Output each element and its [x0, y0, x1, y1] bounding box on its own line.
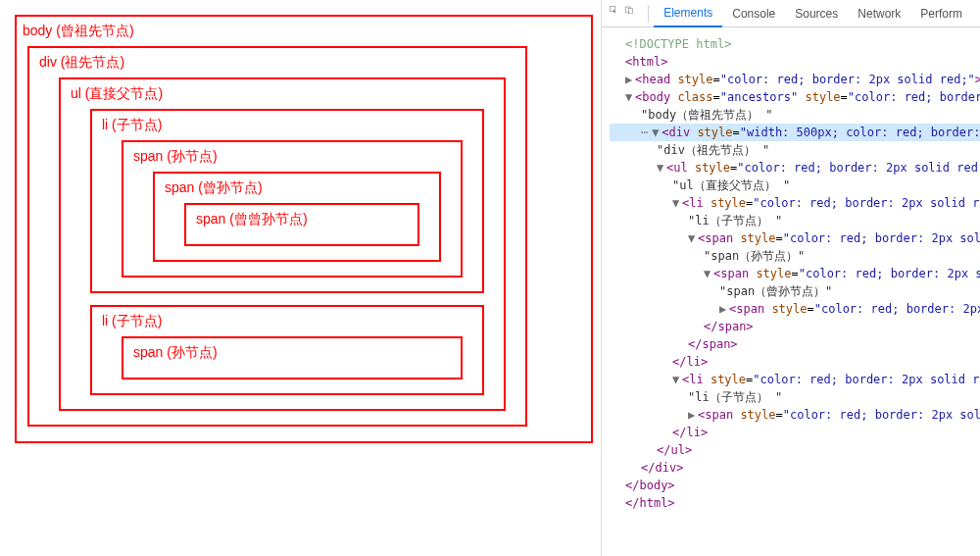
devtools-toolbar: Elements Console Sources Network Perform: [602, 0, 980, 27]
dom-tree[interactable]: <!DOCTYPE html> <html> ▶<head style="col…: [602, 27, 980, 520]
device-toolbar-icon[interactable]: [625, 6, 633, 22]
li-box-1: li (子节点) span (孙节点) span (曾孙节点) span (曾曾…: [90, 109, 484, 293]
dom-node-div-close[interactable]: </div>: [610, 459, 980, 477]
dom-node-span3-open[interactable]: ▶<span style="color: red; border: 2px so…: [610, 300, 980, 318]
dom-text-span1[interactable]: "span（孙节点）": [610, 247, 980, 265]
dom-text-li1[interactable]: "li（子节点） ": [610, 212, 980, 229]
dom-node-html-close[interactable]: </html>: [610, 494, 980, 512]
dom-node-span2-close[interactable]: </span>: [610, 318, 980, 335]
span-box-3: span (曾曾孙节点): [184, 203, 419, 246]
dom-node-span1-open[interactable]: ▼<span style="color: red; border: 2px so…: [610, 229, 980, 247]
dom-node-ul-open[interactable]: ▼<ul style="color: red; border: 2px soli…: [610, 159, 980, 177]
body-box-label: body (曾祖先节点): [23, 23, 581, 40]
li-box-2-label: li (子节点): [102, 313, 472, 330]
dom-node-li1-open[interactable]: ▼<li style="color: red; border: 2px soli…: [610, 194, 980, 212]
inspect-element-icon[interactable]: [610, 6, 617, 22]
span-box-2-label: span (曾孙节点): [165, 179, 429, 197]
div-box-label: div (祖先节点): [39, 54, 515, 72]
dom-node-head[interactable]: ▶<head style="color: red; border: 2px so…: [610, 71, 980, 88]
div-box: div (祖先节点) ul (直接父节点) li (子节点) span (孙节点…: [27, 46, 527, 427]
span-box-4-label: span (孙节点): [133, 344, 451, 362]
body-box: body (曾祖先节点) div (祖先节点) ul (直接父节点) li (子…: [15, 15, 593, 443]
span-box-1-label: span (孙节点): [133, 148, 451, 166]
ul-box-label: ul (直接父节点): [71, 85, 494, 103]
dom-text-body[interactable]: "body（曾祖先节点） ": [610, 106, 980, 124]
tab-elements[interactable]: Elements: [654, 0, 722, 27]
dom-node-ul-close[interactable]: </ul>: [610, 441, 980, 459]
dom-node-span1-close[interactable]: </span>: [610, 335, 980, 353]
dom-node-html-open[interactable]: <html>: [610, 53, 980, 71]
span-box-4: span (孙节点): [122, 336, 463, 379]
tab-console[interactable]: Console: [722, 1, 785, 26]
dom-text-ul[interactable]: "ul（直接父节点） ": [610, 177, 980, 194]
li-box-1-label: li (子节点): [102, 117, 472, 134]
dom-node-li1-close[interactable]: </li>: [610, 353, 980, 371]
dom-node-span2-open[interactable]: ▼<span style="color: red; border: 2px so…: [610, 265, 980, 282]
span-box-2: span (曾孙节点) span (曾曾孙节点): [153, 172, 441, 262]
tab-network[interactable]: Network: [848, 1, 910, 26]
dom-text-li2[interactable]: "li（子节点） ": [610, 388, 980, 406]
dom-text-div[interactable]: "div（祖先节点） ": [610, 141, 980, 159]
dom-node-doctype[interactable]: <!DOCTYPE html>: [610, 35, 980, 53]
dom-node-body-open[interactable]: ▼<body class="ancestors" style="color: r…: [610, 88, 980, 106]
tab-performance[interactable]: Perform: [910, 1, 972, 26]
dom-node-li2-open[interactable]: ▼<li style="color: red; border: 2px soli…: [610, 371, 980, 388]
dom-node-body-close[interactable]: </body>: [610, 477, 980, 494]
svg-rect-2: [629, 8, 633, 13]
dom-node-div-open[interactable]: ⋯▼<div style="width: 500px; color: red; …: [610, 124, 980, 141]
dom-node-li2-close[interactable]: </li>: [610, 424, 980, 441]
devtools-panel: Elements Console Sources Network Perform…: [602, 0, 980, 556]
ul-box: ul (直接父节点) li (子节点) span (孙节点) span (曾孙节…: [59, 77, 506, 411]
toolbar-divider: [648, 5, 649, 23]
dom-text-span2[interactable]: "span（曾孙节点）": [610, 282, 980, 300]
rendered-page-preview: body (曾祖先节点) div (祖先节点) ul (直接父节点) li (子…: [0, 0, 601, 556]
li-box-2: li (子节点) span (孙节点): [90, 305, 484, 395]
tab-sources[interactable]: Sources: [785, 1, 848, 26]
span-box-3-label: span (曾曾孙节点): [196, 211, 408, 228]
dom-node-span4-open[interactable]: ▶<span style="color: red; border: 2px so…: [610, 406, 980, 424]
span-box-1: span (孙节点) span (曾孙节点) span (曾曾孙节点): [122, 140, 463, 278]
